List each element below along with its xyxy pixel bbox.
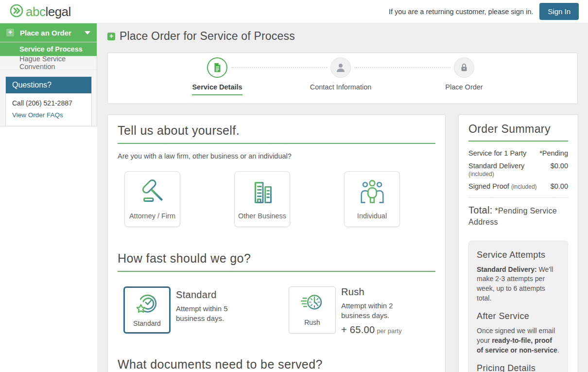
support-phone: Call (206) 521-2887 (12, 99, 85, 107)
speed-option-description: Attempt within 2 business days. (341, 301, 421, 320)
abclegal-logo[interactable]: abclegal (9, 3, 71, 20)
rush-speed-text: Rush Attempt within 2 business days. + 6… (341, 286, 421, 336)
standard-speed-text: Standard Attempt within 5 business days. (176, 289, 256, 323)
speed-heading: How fast should we go? (118, 251, 435, 266)
rush-price: + 65.00per party (341, 324, 421, 336)
step-label: Service Details (192, 83, 242, 95)
about-heading: Tell us about yourself. (118, 124, 435, 138)
sign-in-button[interactable]: Sign In (539, 3, 579, 20)
returning-customer-text: If you are a returning customer, please … (389, 8, 533, 16)
step-label: Place Order (445, 83, 483, 91)
standard-clock-icon (135, 291, 160, 317)
service-details-panel: Tell us about yourself. Are you with a l… (107, 114, 446, 372)
heading-underline (118, 271, 435, 272)
tile-label: Rush (289, 319, 335, 326)
building-icon (247, 178, 277, 208)
person-icon (335, 62, 346, 73)
people-icon (357, 178, 387, 208)
heading-underline (468, 141, 568, 142)
top-header: abclegal If you are a returning customer… (0, 0, 588, 23)
speed-option-title: Standard (176, 289, 256, 301)
tile-label: Standard (125, 319, 169, 327)
after-service-title: After Service (477, 311, 560, 321)
about-question: Are you with a law firm, other business … (118, 152, 435, 160)
card-label: Attorney / Firm (125, 212, 180, 220)
individual-card[interactable]: Individual (344, 171, 400, 227)
speed-options: Standard Standard Attempt within 5 busin… (118, 286, 435, 337)
standard-speed-tile[interactable]: Standard (123, 286, 171, 334)
attorney-firm-card[interactable]: Attorney / Firm (124, 171, 180, 227)
step-service-details[interactable]: Service Details (176, 57, 259, 95)
sidebar-item-label: Service of Process (19, 45, 83, 53)
rush-clock-icon (300, 290, 325, 316)
step-contact-information[interactable]: Contact Information (299, 57, 382, 91)
stepper: Service Details Contact Information Plac… (107, 53, 578, 104)
view-order-faqs-link[interactable]: View Order FAQs (12, 111, 85, 119)
page-title: Place Order for Service of Process (120, 30, 295, 43)
sidebar-item-service-of-process[interactable]: Service of Process (0, 42, 97, 56)
plus-icon: + (6, 29, 14, 36)
other-business-card[interactable]: Other Business (234, 171, 290, 227)
summary-row: Standard Delivery (included) $0.00 (468, 162, 568, 177)
main-content: + Place Order for Service of Process Ser… (97, 23, 588, 372)
page-title-row: + Place Order for Service of Process (107, 30, 295, 43)
sidebar-root-label: Place an Order (20, 29, 71, 37)
summary-divider (468, 197, 568, 198)
gavel-icon (138, 178, 168, 208)
chevron-down-icon (85, 31, 90, 35)
rush-speed-tile[interactable]: Rush (289, 286, 336, 334)
summary-row: Service for 1 Party *Pending (468, 149, 568, 157)
plus-icon: + (107, 33, 115, 40)
service-attempts-text: Standard Delivery: We'll make 2-3 attemp… (477, 265, 560, 304)
sidebar: + Place an Order Service of Process Hagu… (0, 23, 97, 126)
questions-box: Questions? Call (206) 521-2887 View Orde… (5, 76, 92, 126)
questions-box-title: Questions? (6, 77, 91, 93)
step-label: Contact Information (310, 83, 372, 91)
order-summary-heading: Order Summary (468, 123, 568, 136)
lock-icon (459, 62, 469, 73)
card-label: Other Business (235, 212, 290, 220)
summary-info-box: Service Attempts Standard Delivery: We'l… (468, 241, 568, 372)
sidebar-item-hague-service-convention[interactable]: Hague Service Convention (0, 56, 97, 70)
total-line: Total: *Pending Service Address (468, 204, 568, 228)
speed-option-description: Attempt within 5 business days. (176, 304, 256, 323)
sidebar-item-label: Hague Service Convention (19, 55, 97, 71)
order-summary-panel: Order Summary Service for 1 Party *Pendi… (458, 114, 578, 372)
heading-underline (118, 143, 435, 144)
customer-type-options: Attorney / Firm Other Business (124, 171, 435, 227)
documents-heading: What documents need to be served? (118, 357, 435, 372)
pricing-details-title: Pricing Details (477, 363, 560, 372)
card-label: Individual (345, 212, 399, 220)
service-attempts-title: Service Attempts (477, 250, 560, 260)
logo-chevron-icon (9, 3, 24, 20)
after-service-text: Once signed we will email your ready-to-… (477, 326, 560, 355)
document-icon (212, 62, 223, 73)
logo-wordmark: abclegal (26, 5, 71, 18)
speed-option-title: Rush (341, 286, 421, 298)
summary-rows: Service for 1 Party *Pending Standard De… (468, 149, 568, 190)
step-place-order[interactable]: Place Order (423, 57, 505, 91)
sidebar-item-place-an-order[interactable]: + Place an Order (0, 23, 97, 42)
summary-row: Signed Proof (included) $0.00 (468, 182, 568, 190)
